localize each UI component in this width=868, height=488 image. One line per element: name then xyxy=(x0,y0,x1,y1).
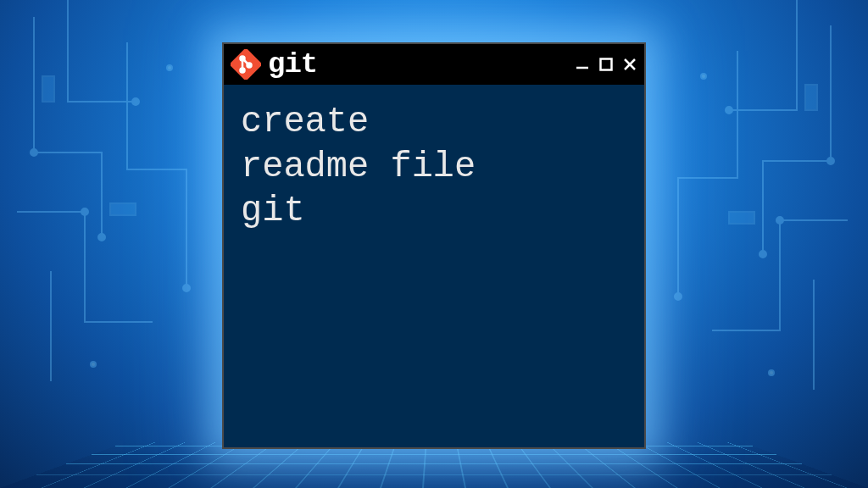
svg-point-8 xyxy=(760,251,766,258)
svg-point-0 xyxy=(31,149,37,156)
svg-point-10 xyxy=(776,217,783,224)
terminal-content[interactable]: create readme file git xyxy=(224,85,644,447)
svg-rect-13 xyxy=(805,85,817,110)
svg-rect-25 xyxy=(601,59,612,70)
svg-point-15 xyxy=(701,74,706,79)
svg-point-21 xyxy=(241,57,245,61)
svg-point-7 xyxy=(827,158,834,164)
titlebar[interactable]: git xyxy=(224,44,644,85)
svg-point-17 xyxy=(769,370,774,375)
svg-point-14 xyxy=(167,65,172,70)
svg-point-3 xyxy=(81,208,88,215)
svg-point-9 xyxy=(726,107,732,114)
svg-rect-18 xyxy=(231,49,261,80)
svg-point-22 xyxy=(248,64,252,68)
svg-point-23 xyxy=(241,69,245,73)
git-logo-icon xyxy=(231,49,261,80)
grid-floor xyxy=(0,442,868,488)
svg-point-16 xyxy=(91,362,96,367)
svg-rect-6 xyxy=(42,76,54,102)
minimize-icon[interactable] xyxy=(575,57,590,72)
close-icon[interactable] xyxy=(622,57,637,72)
svg-point-11 xyxy=(675,293,682,300)
svg-point-1 xyxy=(98,234,105,241)
svg-point-2 xyxy=(132,98,139,105)
window-controls xyxy=(575,57,637,72)
terminal-window: git create readme file git xyxy=(222,42,646,449)
svg-point-4 xyxy=(183,285,190,291)
window-title: git xyxy=(268,48,568,80)
maximize-icon[interactable] xyxy=(598,57,614,72)
svg-rect-12 xyxy=(729,212,754,224)
svg-rect-5 xyxy=(110,203,136,215)
